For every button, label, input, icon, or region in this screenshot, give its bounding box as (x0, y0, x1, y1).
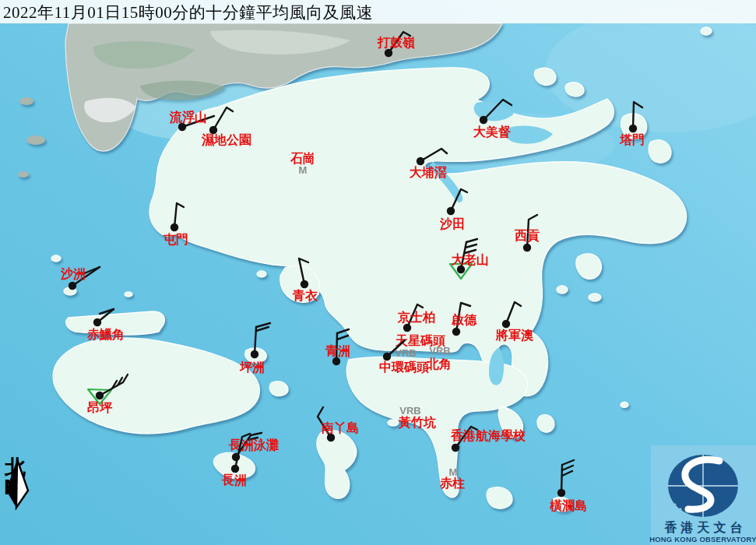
station-dot (417, 157, 424, 165)
station-dot (457, 265, 465, 273)
no-data-marker: M (299, 164, 308, 176)
hko-logo: 香港天文台 HONG KONG OBSERVATORY (651, 445, 756, 545)
hei-ling-chau (269, 382, 288, 396)
station-label: 將軍澳 (495, 329, 534, 342)
station-dot (447, 207, 455, 215)
no-data-marker: VRB (399, 405, 420, 417)
station-label: 大老山 (452, 253, 489, 266)
station-dot (93, 318, 101, 326)
map-canvas: 打鼓嶺流浮山濕地公園M石崗大美督塔門大埔滘沙田西貢大老山屯門沙洲赤鱲角青衣青洲京… (0, 0, 756, 545)
ma-wan-islet (257, 271, 266, 277)
station-dot (383, 353, 391, 360)
station-label: 沙田 (439, 217, 465, 230)
lung-kwu-chau-islet (51, 255, 61, 262)
ap-lei-chau-islet (388, 420, 399, 426)
station-label: 打鼓嶺 (377, 36, 415, 49)
station-label: 屯門 (163, 233, 188, 246)
station-label: 西貢 (514, 229, 540, 243)
ninepin-islet (621, 403, 628, 408)
station-dot (96, 392, 104, 399)
hko-name-english: HONG KONG OBSERVATORY (637, 535, 756, 543)
station-label: 香港航海學校 (450, 428, 526, 442)
wind-barb (561, 465, 562, 493)
no-data-marker: VRB (429, 345, 450, 357)
shekou-islet-2 (26, 135, 45, 145)
station-label: 石崗 (290, 152, 315, 165)
needle-right-half (16, 459, 28, 508)
station-dot (332, 357, 340, 365)
station-dot (629, 125, 637, 132)
station-dot (231, 465, 239, 473)
station-label: 昂坪 (87, 401, 113, 414)
logo-dot-4 (674, 504, 677, 506)
station-label: 大埔滘 (410, 165, 447, 179)
logo-dot-2 (730, 463, 733, 466)
brothers-islet (125, 292, 132, 297)
station-label: 青衣 (292, 289, 318, 302)
station-label: 濕地公園 (201, 133, 251, 147)
station-label: 南丫島 (321, 421, 359, 434)
station-label: 赤鱲角 (86, 328, 125, 341)
station-label: 塔門 (619, 133, 645, 146)
compass-needle (2, 458, 36, 512)
station-label: 中環碼頭 (379, 360, 429, 374)
station-dot (178, 123, 186, 131)
station-label: 赤柱 (439, 476, 465, 490)
station-dot (480, 116, 487, 124)
station-label: 流浮山 (169, 110, 207, 124)
station-dot (69, 282, 76, 290)
station-label: 京士柏 (397, 310, 435, 324)
title-bar: 2022年11月01日15時00分的十分鐘平均風向及風速 (0, 0, 756, 23)
station-dot (403, 324, 411, 332)
logo-dot-1 (725, 459, 727, 461)
station-dot (171, 223, 178, 231)
station-dot (502, 320, 510, 328)
map-title: 2022年11月01日15時00分的十分鐘平均風向及風速 (3, 2, 373, 23)
station-dot (301, 280, 308, 288)
station-label: 橫瀾島 (549, 499, 587, 512)
needle-left-half (6, 459, 17, 508)
station-label: 北角 (426, 357, 452, 371)
shelter-islet-1 (557, 286, 568, 294)
station-label: 坪洲 (239, 360, 265, 374)
logo-dot-3 (680, 508, 682, 511)
station-dot (327, 434, 335, 441)
no-data-marker: VRB (395, 347, 416, 359)
station-north-point: VRB北角 (426, 345, 452, 371)
shekou-islet-1 (19, 97, 33, 105)
compass: 北 N (2, 458, 36, 496)
shelter-islet-2 (589, 294, 601, 301)
tung-lung-chau (537, 415, 554, 432)
station-label: 長洲泳灘 (228, 438, 279, 452)
station-dot (523, 244, 531, 251)
station-label: 沙洲 (60, 267, 86, 280)
mirs-bay-islet (701, 27, 712, 35)
station-dot (251, 350, 258, 358)
station-label: 長洲 (221, 473, 247, 487)
station-label: 黃竹坑 (398, 416, 436, 429)
station-dot (452, 444, 459, 452)
hko-name-chinese: 香港天文台 (651, 520, 756, 536)
station-dot (557, 489, 565, 497)
station-label: 啟德 (451, 313, 477, 326)
hko-logo-mark (651, 445, 756, 519)
station-dot (385, 49, 392, 57)
shekou-islet-3 (18, 171, 29, 178)
wind-map: 打鼓嶺流浮山濕地公園M石崗大美督塔門大埔滘沙田西貢大老山屯門沙洲赤鱲角青衣青洲京… (0, 0, 756, 545)
station-label: 大美督 (473, 125, 512, 139)
port-island (649, 140, 671, 164)
station-label: 青洲 (325, 344, 350, 357)
station-dot (452, 328, 460, 336)
